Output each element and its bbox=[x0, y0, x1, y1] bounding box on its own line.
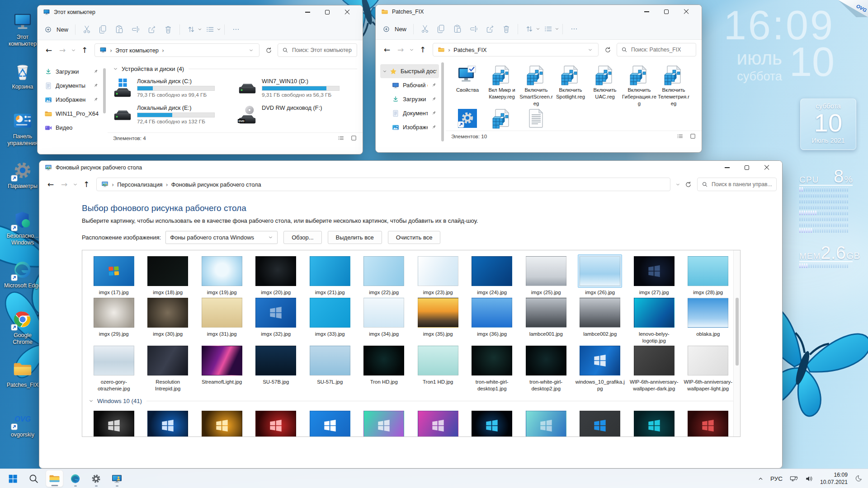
wallpaper-thumb[interactable]: WIP-6th-anniversary-wallpaper-light.jpg bbox=[681, 344, 736, 392]
back-button[interactable]: ← bbox=[43, 46, 55, 55]
wallpaper-thumb[interactable]: SU-57B.jpg bbox=[249, 344, 303, 392]
titlebar[interactable]: Фоновый рисунок рабочего стола bbox=[39, 161, 782, 174]
search-box[interactable]: Поиск в панели управ... bbox=[697, 178, 777, 191]
file-item[interactable]: Вкл Микр и Камеру.reg bbox=[485, 64, 519, 107]
desktop-icon[interactable]: Корзина bbox=[3, 61, 42, 110]
more-icon[interactable] bbox=[231, 25, 241, 34]
maximize-button[interactable] bbox=[656, 5, 676, 19]
thumbnail-view-icon[interactable] bbox=[350, 135, 357, 141]
new-button[interactable]: New bbox=[44, 25, 68, 34]
wallpaper-thumb[interactable] bbox=[411, 409, 465, 437]
sidebar-item[interactable]: Изображен bbox=[42, 93, 101, 107]
taskbar-app-button[interactable] bbox=[87, 470, 105, 487]
wallpaper-thumb[interactable]: imgx (28).jpg bbox=[681, 254, 736, 296]
wallpaper-thumb[interactable]: imgx (22).jpg bbox=[357, 254, 411, 296]
close-button[interactable] bbox=[337, 5, 357, 19]
wallpaper-thumb[interactable]: Resolution Intrepid.jpg bbox=[141, 344, 195, 392]
forward-button[interactable]: → bbox=[395, 45, 406, 54]
titlebar[interactable]: Этот компьютер bbox=[38, 5, 363, 19]
cut-icon[interactable] bbox=[420, 24, 429, 33]
copy-icon[interactable] bbox=[437, 24, 446, 33]
up-button[interactable]: ↑ bbox=[80, 180, 92, 189]
search-box[interactable]: Поиск: Patches_FIX bbox=[617, 43, 696, 56]
network-icon[interactable] bbox=[789, 474, 798, 483]
drive-item[interactable]: Локальный диск (C:) 79,3 ГБ свободно из … bbox=[112, 78, 232, 99]
view-icon[interactable] bbox=[206, 25, 215, 34]
history-chevron-icon[interactable] bbox=[71, 48, 76, 53]
thumbnail-view-icon[interactable] bbox=[689, 133, 696, 140]
minimize-button[interactable] bbox=[637, 5, 656, 19]
wallpaper-thumb[interactable]: imgx (20).jpg bbox=[249, 254, 303, 296]
maximize-button[interactable] bbox=[317, 5, 337, 19]
copy-icon[interactable] bbox=[99, 25, 108, 34]
wallpaper-thumb[interactable]: lambce002.jpg bbox=[573, 296, 627, 344]
wallpaper-thumb[interactable] bbox=[681, 409, 736, 437]
language-indicator[interactable]: РУС bbox=[770, 475, 783, 482]
taskbar-app-button[interactable] bbox=[108, 470, 126, 487]
wallpaper-thumb[interactable]: imgx (27).jpg bbox=[627, 254, 681, 296]
wallpaper-thumb[interactable]: imgx (19).jpg bbox=[195, 254, 249, 296]
wallpaper-thumb[interactable]: lambce001.jpg bbox=[519, 296, 573, 344]
share-icon[interactable] bbox=[486, 24, 495, 33]
desktop-icon[interactable]: Patches_FIX bbox=[3, 359, 42, 408]
sidebar-scrollbar[interactable] bbox=[440, 60, 446, 141]
sidebar-item[interactable]: Загрузки bbox=[389, 92, 439, 106]
paste-icon[interactable] bbox=[453, 24, 462, 33]
refresh-icon[interactable] bbox=[604, 47, 611, 53]
sidebar-item[interactable]: Документы bbox=[42, 79, 101, 93]
details-view-icon[interactable] bbox=[677, 133, 684, 140]
taskbar-app-button[interactable] bbox=[25, 470, 42, 487]
grid-scrollbar[interactable] bbox=[733, 250, 740, 436]
wallpaper-thumb[interactable] bbox=[465, 409, 519, 437]
wallpaper-thumb[interactable]: WIP-6th-anniversary-wallpaper-dark.jpg bbox=[627, 344, 681, 392]
history-chevron-icon[interactable] bbox=[73, 182, 78, 187]
sidebar-item[interactable]: Загрузки bbox=[42, 65, 101, 79]
breadcrumb-desktop-background[interactable]: Фоновый рисунок рабочего стола bbox=[171, 181, 261, 188]
wallpaper-thumb[interactable]: imgx (34).jpg bbox=[357, 296, 411, 344]
wallpaper-thumb[interactable]: imgx (31).jpg bbox=[195, 296, 249, 344]
sidebar-item[interactable]: Рабочий ст bbox=[389, 78, 439, 92]
wallpaper-thumb[interactable]: tron-white-girl-desktop2.jpg bbox=[519, 344, 573, 392]
section-header[interactable]: Устройства и диски (4) bbox=[113, 66, 357, 72]
wallpaper-thumb[interactable]: Tron HD.jpg bbox=[357, 344, 411, 392]
details-view-icon[interactable] bbox=[338, 135, 344, 141]
clear-all-button[interactable]: Очистить все bbox=[388, 231, 441, 244]
wallpaper-thumb[interactable] bbox=[195, 409, 249, 437]
desktop-icon[interactable]: Панель управления bbox=[3, 110, 42, 160]
wallpaper-thumb[interactable]: windows_10_grafika.jpg bbox=[573, 344, 627, 392]
address-chevron-icon[interactable] bbox=[249, 48, 254, 53]
wallpaper-thumb[interactable]: imgx (17).jpg bbox=[87, 254, 141, 296]
desktop-icon[interactable]: Google Chrome bbox=[3, 309, 42, 359]
up-button[interactable]: ↑ bbox=[79, 46, 90, 55]
wallpaper-thumb[interactable]: imgx (21).jpg bbox=[303, 254, 357, 296]
back-button[interactable]: ← bbox=[381, 45, 393, 54]
titlebar[interactable]: Patches_FIX bbox=[376, 5, 702, 19]
wallpaper-thumb[interactable]: imgx (29).jpg bbox=[87, 296, 141, 344]
sidebar-scrollbar[interactable] bbox=[102, 60, 108, 143]
wallpaper-thumb[interactable]: imgx (36).jpg bbox=[465, 296, 519, 344]
wallpaper-thumb[interactable] bbox=[519, 409, 573, 437]
wallpaper-thumb[interactable] bbox=[87, 409, 141, 437]
sidebar-item[interactable]: Изображен bbox=[389, 120, 439, 134]
wallpaper-thumb[interactable]: ozero-gory-otrazhenie.jpg bbox=[87, 344, 141, 392]
delete-icon[interactable] bbox=[164, 25, 173, 34]
maximize-button[interactable] bbox=[737, 161, 757, 174]
rename-icon[interactable] bbox=[469, 24, 478, 33]
breadcrumb-personalization[interactable]: Персонализация bbox=[117, 181, 162, 188]
refresh-icon[interactable] bbox=[265, 47, 272, 54]
drive-item[interactable]: WIN7_WIN10 (D:) 9,31 ГБ свободно из 56,3… bbox=[237, 78, 357, 99]
address-bar[interactable]: Персонализация Фоновый рисунок рабочего … bbox=[96, 178, 670, 191]
close-button[interactable] bbox=[676, 5, 696, 19]
wallpaper-thumb[interactable]: lenovo-belyy-logotip.jpg bbox=[627, 296, 681, 344]
address-chevron-icon[interactable] bbox=[588, 47, 593, 52]
desktop-icon[interactable]: Microsoft Edge bbox=[3, 259, 42, 309]
taskbar-app-button[interactable] bbox=[46, 470, 63, 487]
file-item[interactable]: Включить SmartScreen.reg bbox=[519, 64, 553, 107]
sidebar-item[interactable]: Видео bbox=[42, 121, 101, 135]
wallpaper-thumb[interactable]: imgx (35).jpg bbox=[411, 296, 465, 344]
close-button[interactable] bbox=[757, 161, 777, 174]
drive-item[interactable]: Локальный диск (E:) 72,4 ГБ свободно из … bbox=[112, 104, 232, 125]
minimize-button[interactable] bbox=[297, 5, 317, 19]
wallpaper-thumb[interactable]: tron-white-girl-desktop1.jpg bbox=[465, 344, 519, 392]
location-dropdown[interactable]: Фоны рабочего стола Windows bbox=[165, 231, 278, 244]
